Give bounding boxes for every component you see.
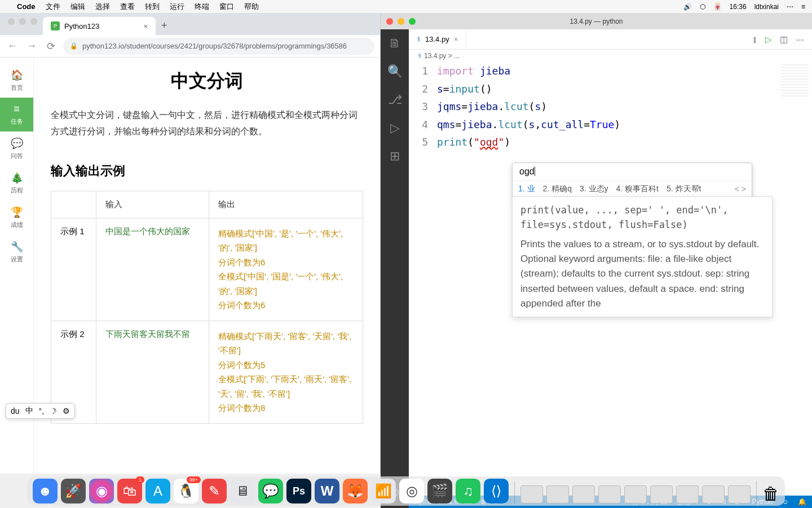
- user-name[interactable]: ldtxinkai: [754, 3, 779, 11]
- new-tab-button[interactable]: +: [156, 16, 173, 35]
- dock-app-launchpad[interactable]: 🚀: [61, 479, 86, 503]
- breadcrumb[interactable]: ⚕ 13.4.py > ...: [409, 50, 812, 62]
- dock-app-photoshop[interactable]: Ps: [286, 479, 311, 503]
- browser-tab[interactable]: P Python123 ×: [43, 17, 156, 35]
- ime-composition-text: ogd: [513, 163, 752, 181]
- status-icon-2[interactable]: 🀄: [713, 3, 722, 11]
- dock-minimized-window[interactable]: [728, 485, 751, 503]
- minimize-window-button[interactable]: [19, 18, 26, 25]
- dock-app-appstore2[interactable]: A: [145, 479, 170, 503]
- ime-punct-toggle[interactable]: °,: [39, 406, 45, 415]
- line-gutter: 12345: [409, 62, 437, 496]
- dock-trash-icon[interactable]: 🗑: [762, 484, 779, 503]
- menu-edit[interactable]: 编辑: [70, 2, 85, 12]
- dock-minimized-window[interactable]: [572, 485, 595, 503]
- tab-close-icon[interactable]: ×: [143, 22, 148, 30]
- back-button[interactable]: ←: [6, 40, 19, 52]
- extensions-icon[interactable]: ⊞: [390, 149, 400, 164]
- minimize-window-button[interactable]: [398, 18, 404, 25]
- dock-app-wechat[interactable]: 💬: [258, 479, 283, 503]
- menu-file[interactable]: 文件: [46, 2, 60, 12]
- dock-minimized-window[interactable]: [676, 485, 699, 503]
- dock-minimized-window[interactable]: [650, 485, 673, 503]
- dock-minimized-window[interactable]: [546, 485, 569, 503]
- forward-button[interactable]: →: [25, 40, 38, 52]
- dock-app-finder[interactable]: ☻: [33, 479, 58, 503]
- dock-app-siri[interactable]: ◉: [89, 479, 114, 503]
- example-output: 精确模式['下雨天', '留客', '天留', '我', '不留'] 分词个数为…: [209, 321, 363, 423]
- example-output: 精确模式['中国', '是', '一个', '伟大', '的', '国家'] 分…: [209, 218, 363, 321]
- sidebar-tasks[interactable]: ≡任务: [0, 98, 33, 132]
- editor-tab[interactable]: ⚕ 13.4.py ×: [409, 30, 466, 48]
- dock-minimized-window[interactable]: [598, 485, 621, 503]
- ime-candidate[interactable]: 3. 业态y: [580, 184, 608, 194]
- split-editor-icon[interactable]: ◫: [780, 34, 788, 45]
- search-icon[interactable]: 🔍: [387, 64, 403, 79]
- editor-tab-bar: ⚕ 13.4.py × ⫿ ▷ ◫ ⋯: [409, 29, 812, 50]
- sidebar-history[interactable]: 🎄历程: [0, 166, 33, 200]
- ime-moon-icon[interactable]: ☽: [50, 406, 57, 415]
- sidebar-qa[interactable]: 💬问答: [0, 132, 33, 166]
- address-bar[interactable]: 🔒 python123.io/student/courses/2421/grou…: [63, 38, 374, 55]
- menubar-app-name[interactable]: Code: [17, 2, 36, 11]
- ime-settings-icon[interactable]: ⚙: [63, 406, 70, 415]
- sidebar-settings[interactable]: 🔧设置: [0, 235, 33, 269]
- debug-icon[interactable]: ▷: [390, 121, 400, 135]
- sidebar-grades[interactable]: 🏆成绩: [0, 200, 33, 235]
- ime-toolbar[interactable]: du 中 °, ☽ ⚙: [6, 403, 75, 419]
- dock-app-wifi[interactable]: 📶: [371, 479, 396, 503]
- reload-button[interactable]: ⟳: [44, 40, 58, 52]
- dock-app-word[interactable]: W: [315, 479, 339, 503]
- ime-candidate[interactable]: 5. 炸天帮t: [667, 184, 701, 194]
- menu-help[interactable]: 帮助: [244, 2, 259, 12]
- more-actions-icon[interactable]: ⋯: [796, 34, 804, 45]
- ime-candidate[interactable]: 1. 业: [518, 184, 535, 194]
- dock-app-settings[interactable]: 🖥: [230, 479, 255, 503]
- dock-minimized-window[interactable]: [624, 485, 647, 503]
- dock-minimized-window[interactable]: [520, 485, 543, 503]
- vscode-titlebar: 13.4.py — python: [381, 14, 812, 29]
- python-file-icon: ⚕: [418, 52, 422, 60]
- menu-window[interactable]: 窗口: [219, 2, 234, 12]
- more-icon[interactable]: ⋯: [787, 3, 793, 11]
- dock-app-appstore[interactable]: 🛍1: [117, 479, 142, 503]
- maximize-window-button[interactable]: [30, 18, 37, 25]
- close-window-button[interactable]: [8, 18, 15, 25]
- source-control-icon[interactable]: ⎇: [388, 93, 402, 107]
- dock-app-qq[interactable]: 🐧99+: [174, 479, 198, 503]
- run-button-icon[interactable]: ▷: [765, 34, 772, 45]
- ime-lang-toggle[interactable]: 中: [25, 406, 33, 416]
- explorer-icon[interactable]: 🗎: [389, 36, 401, 51]
- ime-candidate[interactable]: 2. 精确q: [543, 184, 572, 194]
- close-window-button[interactable]: [386, 18, 393, 25]
- dock-app-music[interactable]: ♫: [456, 479, 480, 503]
- ime-logo-icon[interactable]: du: [11, 406, 20, 415]
- dock-minimized-window[interactable]: [702, 485, 725, 503]
- menu-go[interactable]: 转到: [145, 2, 160, 12]
- ime-candidate[interactable]: 4. 糗事百科t: [616, 184, 659, 194]
- tab-close-icon[interactable]: ×: [454, 35, 458, 43]
- status-icon-1[interactable]: ⬡: [700, 3, 705, 11]
- dock-app-editor[interactable]: ✎: [202, 479, 227, 503]
- menu-run[interactable]: 运行: [170, 2, 184, 12]
- tab-favicon-icon: P: [51, 21, 60, 30]
- split-preview-icon[interactable]: ⫿: [753, 34, 757, 45]
- chat-icon: 💬: [11, 137, 23, 150]
- dock-app-movie[interactable]: 🎬: [427, 479, 452, 503]
- minimap[interactable]: [780, 64, 809, 98]
- th-input: 输入: [96, 191, 209, 218]
- menu-icon[interactable]: ≡: [801, 3, 805, 11]
- dock-app-chrome[interactable]: ◎: [399, 479, 424, 503]
- ime-candidate-popup[interactable]: ogd 1. 业 2. 精确q 3. 业态y 4. 糗事百科t 5. 炸天帮t …: [512, 163, 752, 198]
- ime-page-nav[interactable]: < >: [735, 185, 746, 194]
- dock-app-vscode[interactable]: ⟨⟩: [484, 479, 509, 503]
- maximize-window-button[interactable]: [409, 18, 416, 25]
- th-output: 输出: [209, 191, 363, 218]
- dock-app-firefox[interactable]: 🦊: [343, 479, 368, 503]
- sidebar-home[interactable]: 🏠首页: [0, 63, 33, 98]
- menu-terminal[interactable]: 终端: [195, 2, 209, 12]
- menu-select[interactable]: 选择: [95, 2, 110, 12]
- menu-view[interactable]: 查看: [120, 2, 135, 12]
- clock[interactable]: 16:36: [730, 3, 747, 11]
- volume-icon[interactable]: 🔊: [683, 3, 692, 11]
